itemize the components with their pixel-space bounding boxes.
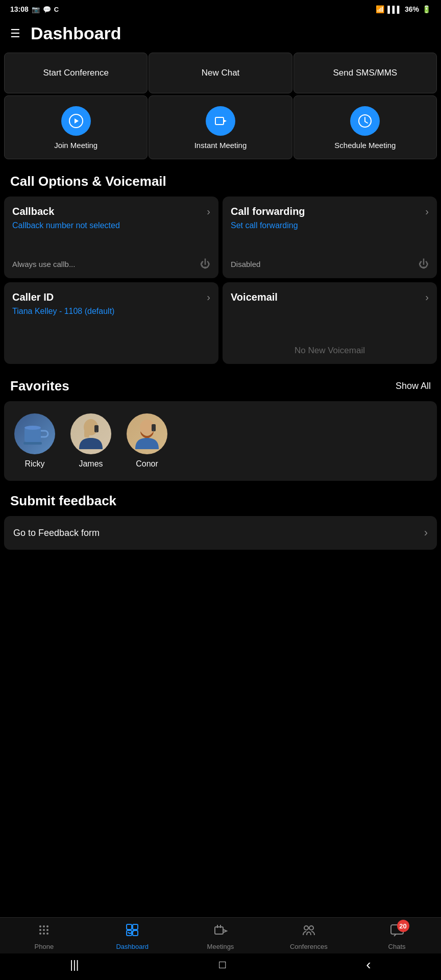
svg-point-14	[43, 925, 45, 927]
caller-id-subtitle: Tiana Kelley - 1108 (default)	[12, 306, 210, 317]
favorite-james[interactable]: James	[70, 413, 111, 469]
svg-point-9	[96, 431, 97, 432]
signal-icon: ▌▌▌	[387, 6, 402, 13]
sync-icon: C	[54, 6, 59, 13]
feedback-link[interactable]: Go to Feedback form ›	[4, 516, 437, 550]
favorites-card: Ricky James	[4, 401, 437, 481]
call-forwarding-footer: Disabled ⏻	[231, 258, 429, 270]
conferences-nav-icon	[302, 923, 316, 941]
dashboard-nav-icon	[125, 923, 139, 941]
svg-point-5	[24, 426, 41, 430]
svg-point-19	[39, 933, 41, 935]
feedback-section: Submit feedback Go to Feedback form ›	[0, 481, 441, 550]
schedule-meeting-button[interactable]: Schedule Meeting	[293, 95, 437, 159]
callback-chevron-icon: ›	[207, 206, 210, 217]
nav-item-conferences[interactable]: Conferences	[264, 923, 353, 950]
wifi-icon: 📶	[376, 5, 384, 13]
svg-point-30	[309, 926, 313, 930]
join-meeting-icon	[61, 106, 91, 136]
caller-id-title: Caller ID	[12, 291, 54, 303]
svg-point-12	[153, 430, 154, 431]
callback-power-icon[interactable]: ⏻	[200, 258, 210, 270]
caller-id-chevron-icon: ›	[207, 291, 210, 303]
voicemail-header: Voicemail ›	[231, 291, 429, 303]
caller-id-card[interactable]: Caller ID › Tiana Kelley - 1108 (default…	[4, 282, 218, 364]
new-chat-button[interactable]: New Chat	[149, 53, 292, 93]
battery-icon: 🔋	[422, 5, 431, 13]
call-options-grid: Callback › Callback number not selected …	[0, 197, 441, 364]
chats-badge: 20	[397, 920, 409, 932]
feedback-title: Submit feedback	[4, 493, 437, 516]
instant-meeting-icon	[206, 106, 235, 136]
callback-header: Callback ›	[12, 206, 210, 217]
nav-item-phone[interactable]: Phone	[0, 923, 88, 950]
voicemail-title: Voicemail	[231, 291, 278, 303]
call-forwarding-chevron-icon: ›	[425, 206, 429, 217]
svg-rect-3	[24, 428, 41, 442]
feedback-link-label: Go to Feedback form	[13, 528, 100, 538]
callback-footer: Always use callb... ⏻	[12, 258, 210, 270]
favorite-conor-label: Conor	[136, 459, 158, 469]
callback-card[interactable]: Callback › Callback number not selected …	[4, 197, 218, 278]
join-meeting-button[interactable]: Join Meeting	[4, 95, 148, 159]
nav-item-chats[interactable]: 20 Chats	[353, 923, 441, 950]
nav-item-dashboard[interactable]: Dashboard	[88, 923, 177, 950]
hamburger-menu-icon[interactable]: ☰	[10, 27, 20, 40]
svg-point-16	[39, 929, 41, 931]
favorite-ricky[interactable]: Ricky	[14, 413, 55, 469]
favorite-conor[interactable]: Conor	[127, 413, 167, 469]
favorite-ricky-label: Ricky	[24, 459, 44, 469]
start-conference-button[interactable]: Start Conference	[4, 53, 148, 93]
battery-percent: 36%	[405, 5, 419, 13]
system-nav-bar: ||| □ ‹	[0, 953, 441, 980]
call-options-section-title: Call Options & Voicemail	[0, 174, 441, 197]
recents-button[interactable]: |||	[70, 958, 79, 971]
back-button[interactable]: ‹	[366, 957, 371, 973]
svg-rect-1	[215, 117, 224, 125]
svg-point-13	[39, 925, 41, 927]
voicemail-card[interactable]: Voicemail › No New Voicemail	[223, 282, 437, 364]
chats-badge-wrap: 20	[390, 923, 404, 941]
svg-rect-22	[127, 924, 132, 929]
svg-point-17	[43, 929, 45, 931]
quick-actions-bottom: Join Meeting Instant Meeting Schedule Me…	[0, 94, 441, 159]
favorite-james-label: James	[79, 459, 103, 469]
nav-chats-label: Chats	[388, 943, 406, 950]
nav-conferences-label: Conferences	[290, 943, 328, 950]
svg-point-15	[46, 925, 48, 927]
nav-item-meetings[interactable]: Meetings	[177, 923, 265, 950]
svg-point-21	[46, 933, 48, 935]
phone-nav-icon	[37, 923, 51, 941]
nav-phone-label: Phone	[35, 943, 54, 950]
show-all-button[interactable]: Show All	[396, 381, 431, 391]
call-forwarding-card[interactable]: Call forwarding › Set call forwarding Di…	[223, 197, 437, 278]
voicemail-empty-text: No New Voicemail	[231, 346, 429, 356]
call-forwarding-header: Call forwarding ›	[231, 206, 429, 217]
page-title: Dashboard	[31, 23, 121, 43]
svg-point-18	[46, 929, 48, 931]
nav-dashboard-label: Dashboard	[116, 943, 149, 950]
svg-rect-26	[215, 927, 223, 934]
avatar-ricky	[14, 413, 55, 454]
voicemail-chevron-icon: ›	[425, 291, 429, 303]
status-time: 13:08	[10, 5, 29, 13]
favorites-title: Favorites	[10, 378, 69, 394]
callback-subtitle: Callback number not selected	[12, 220, 210, 231]
svg-point-20	[43, 933, 45, 935]
home-button[interactable]: □	[219, 958, 226, 971]
svg-point-29	[304, 926, 308, 930]
status-bar: 13:08 📷 💬 C 📶 ▌▌▌ 36% 🔋	[0, 0, 441, 16]
call-forwarding-title: Call forwarding	[231, 206, 305, 217]
avatar-conor	[127, 413, 167, 454]
camera-icon: 📷	[32, 6, 40, 13]
favorites-header: Favorites Show All	[0, 368, 441, 401]
send-sms-button[interactable]: Send SMS/MMS	[293, 53, 437, 93]
schedule-meeting-icon	[350, 106, 380, 136]
nav-meetings-label: Meetings	[207, 943, 234, 950]
call-forwarding-power-icon[interactable]: ⏻	[419, 258, 429, 270]
meetings-nav-icon	[213, 923, 228, 941]
call-forwarding-subtitle: Set call forwarding	[231, 220, 429, 231]
callback-footer-text: Always use callb...	[12, 260, 75, 268]
instant-meeting-button[interactable]: Instant Meeting	[149, 95, 292, 159]
header: ☰ Dashboard	[0, 16, 441, 53]
